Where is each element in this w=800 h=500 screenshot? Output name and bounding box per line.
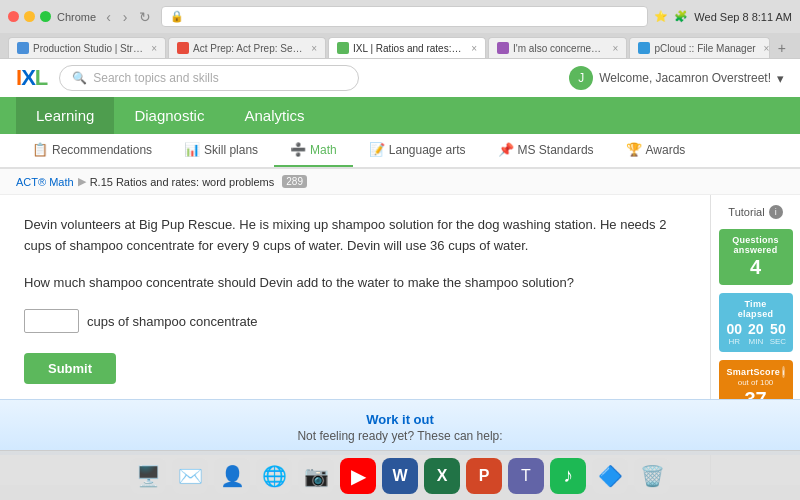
user-icon: J: [569, 66, 593, 90]
tab-act-prep[interactable]: Act Prep: Act Prep: Sec 1, Pe... ×: [168, 37, 326, 58]
tab-pcloud[interactable]: pCloud :: File Manager ×: [629, 37, 769, 58]
time-display: Wed Sep 8 8:11 AM: [694, 11, 792, 23]
subnav-recommendations-label: Recommendations: [52, 143, 152, 157]
bookmark-icon: ⭐: [654, 10, 668, 23]
ixl-top-bar: IXL 🔍 Search topics and skills J Welcome…: [0, 59, 800, 97]
tab-label: pCloud :: File Manager: [654, 43, 755, 54]
nav-learning[interactable]: Learning: [16, 97, 114, 134]
tab-close-icon[interactable]: ×: [151, 43, 157, 54]
bottom-hint: Work it out Not feeling ready yet? These…: [0, 399, 800, 455]
tab-label: IXL | Ratios and rates: word pr...: [353, 43, 463, 54]
dock-trash[interactable]: 🗑️: [634, 458, 670, 494]
dock: 🖥️ ✉️ 👤 🌐 📷 ▶ W X P T ♪ 🔷 🗑️: [0, 450, 800, 500]
time-min-label: MIN: [748, 337, 764, 346]
browser-toolbar: Chrome ‹ › ↻ 🔒 ⭐ 🧩 Wed Sep 8 8:11 AM: [0, 0, 800, 33]
tab-close-icon[interactable]: ×: [613, 43, 619, 54]
hint-text: Not feeling ready yet? These can help:: [12, 429, 788, 443]
skill-plans-icon: 📊: [184, 142, 200, 157]
ms-standards-icon: 📌: [498, 142, 514, 157]
smartscore-sublabel: out of 100: [727, 378, 785, 387]
browser-tabs: Production Studio | Strimm TV × Act Prep…: [0, 33, 800, 58]
subnav-math[interactable]: ➗ Math: [274, 134, 353, 167]
subnav-recommendations[interactable]: 📋 Recommendations: [16, 134, 168, 167]
subnav-ms-standards-label: MS Standards: [518, 143, 594, 157]
tab-favicon: [177, 42, 189, 54]
refresh-button[interactable]: ↻: [135, 8, 155, 26]
tab-close-icon[interactable]: ×: [311, 43, 317, 54]
breadcrumb-badge: 289: [282, 175, 307, 188]
dock-app1[interactable]: 🔷: [592, 458, 628, 494]
time-hr-label: HR: [727, 337, 743, 346]
tab-concerned[interactable]: I'm also concerned, how do p... ×: [488, 37, 627, 58]
breadcrumb-arrow: ▶: [78, 175, 86, 188]
subnav-awards[interactable]: 🏆 Awards: [610, 134, 702, 167]
back-button[interactable]: ‹: [102, 8, 115, 26]
tab-label: Production Studio | Strimm TV: [33, 43, 143, 54]
answer-input[interactable]: [24, 309, 79, 333]
breadcrumb-home[interactable]: ACT® Math: [16, 176, 74, 188]
tab-production-studio[interactable]: Production Studio | Strimm TV ×: [8, 37, 166, 58]
smartscore-label: SmartScore: [727, 367, 781, 377]
questions-answered-box: Questions answered 4: [719, 229, 793, 285]
tab-favicon: [337, 42, 349, 54]
work-it-out-link[interactable]: Work it out: [366, 412, 434, 427]
question-text: How much shampoo concentrate should Devi…: [24, 273, 686, 294]
forward-button[interactable]: ›: [119, 8, 132, 26]
time-elapsed-box: Time elapsed 00 HR 20 MIN 50 SEC: [719, 293, 793, 352]
fullscreen-button[interactable]: [40, 11, 51, 22]
ixl-nav: Learning Diagnostic Analytics: [0, 97, 800, 134]
minimize-button[interactable]: [24, 11, 35, 22]
dock-spotify[interactable]: ♪: [550, 458, 586, 494]
dock-youtube[interactable]: ▶: [340, 458, 376, 494]
ixl-logo[interactable]: IXL: [16, 65, 47, 91]
dock-contacts[interactable]: 👤: [214, 458, 250, 494]
dock-teams[interactable]: T: [508, 458, 544, 494]
nav-diagnostic[interactable]: Diagnostic: [114, 97, 224, 134]
extensions-icon: 🧩: [674, 10, 688, 23]
time-sec-label: SEC: [770, 337, 786, 346]
smartscore-info-icon[interactable]: i: [782, 366, 784, 378]
welcome-text: Welcome, Jacamron Overstreet!: [599, 71, 771, 85]
dock-word[interactable]: W: [382, 458, 418, 494]
traffic-lights: [8, 11, 51, 22]
tutorial-row: Tutorial i: [728, 205, 782, 219]
dock-mail[interactable]: ✉️: [172, 458, 208, 494]
welcome-dropdown-icon[interactable]: ▾: [777, 71, 784, 86]
dock-photos[interactable]: 📷: [298, 458, 334, 494]
search-placeholder: Search topics and skills: [93, 71, 346, 85]
subnav-language-arts[interactable]: 📝 Language arts: [353, 134, 482, 167]
nav-buttons: ‹ › ↻: [102, 8, 155, 26]
nav-analytics[interactable]: Analytics: [224, 97, 324, 134]
ixl-header: IXL 🔍 Search topics and skills J Welcome…: [0, 59, 800, 169]
subnav-skill-plans-label: Skill plans: [204, 143, 258, 157]
dock-finder[interactable]: 🖥️: [130, 458, 166, 494]
new-tab-button[interactable]: +: [772, 38, 792, 58]
recommendations-icon: 📋: [32, 142, 48, 157]
tab-favicon: [638, 42, 650, 54]
dock-chrome[interactable]: 🌐: [256, 458, 292, 494]
close-button[interactable]: [8, 11, 19, 22]
breadcrumb: ACT® Math ▶ R.15 Ratios and rates: word …: [0, 169, 800, 195]
time-elapsed-label: Time elapsed: [727, 299, 785, 319]
search-bar[interactable]: 🔍 Search topics and skills: [59, 65, 359, 91]
tab-close-icon[interactable]: ×: [764, 43, 770, 54]
breadcrumb-current: R.15 Ratios and rates: word problems: [90, 176, 275, 188]
submit-button[interactable]: Submit: [24, 353, 116, 384]
dock-powerpoint[interactable]: P: [466, 458, 502, 494]
subnav-ms-standards[interactable]: 📌 MS Standards: [482, 134, 610, 167]
address-bar[interactable]: 🔒: [161, 6, 648, 27]
subnav-skill-plans[interactable]: 📊 Skill plans: [168, 134, 274, 167]
time-hr-unit: 00 HR: [727, 321, 743, 346]
time-min-unit: 20 MIN: [748, 321, 764, 346]
tutorial-info-icon[interactable]: i: [769, 205, 783, 219]
browser-right: ⭐ 🧩 Wed Sep 8 8:11 AM: [654, 10, 792, 23]
dock-excel[interactable]: X: [424, 458, 460, 494]
answer-row: cups of shampoo concentrate: [24, 309, 686, 333]
welcome-area: J Welcome, Jacamron Overstreet! ▾: [569, 66, 784, 90]
time-sec-unit: 50 SEC: [770, 321, 786, 346]
tab-close-icon[interactable]: ×: [471, 43, 477, 54]
tab-ixl-ratios[interactable]: IXL | Ratios and rates: word pr... ×: [328, 37, 486, 58]
questions-answered-label: Questions answered: [727, 235, 785, 255]
browser-app-name: Chrome: [57, 11, 96, 23]
answer-unit-label: cups of shampoo concentrate: [87, 314, 258, 329]
